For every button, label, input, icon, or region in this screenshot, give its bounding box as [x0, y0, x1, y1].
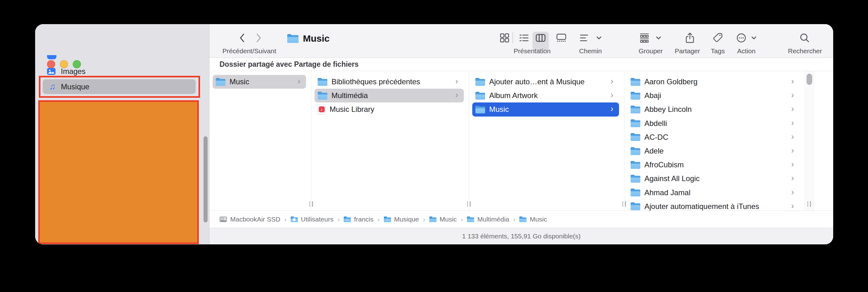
breadcrumb-item[interactable]: Multimédia: [467, 216, 509, 223]
music-library-icon: ♪: [318, 105, 326, 115]
window-title: Music: [287, 32, 330, 45]
column-resize-handle[interactable]: [806, 201, 812, 207]
file-name: Adele: [644, 147, 663, 155]
file-row[interactable]: AfroCubism›: [627, 158, 800, 172]
breadcrumb-label: Multimédia: [477, 216, 509, 223]
breadcrumb-separator: ›: [284, 216, 287, 223]
file-row[interactable]: Against All Logic›: [627, 172, 800, 186]
file-row[interactable]: Abbey Lincoln›: [627, 102, 800, 116]
file-row[interactable]: AC-DC›: [627, 130, 800, 144]
file-row[interactable]: Multimédia›: [314, 89, 464, 102]
list-view-button[interactable]: [518, 31, 530, 45]
breadcrumb-separator: ›: [337, 216, 340, 223]
chevron-right-icon: ›: [455, 90, 458, 100]
forward-button[interactable]: [255, 31, 262, 45]
share-label: Partager: [675, 47, 700, 55]
column-view-button[interactable]: [535, 31, 547, 45]
chevron-right-icon: ›: [791, 201, 794, 210]
folder-icon: [631, 161, 640, 169]
chevron-right-icon: ›: [611, 90, 613, 100]
file-row[interactable]: Aaron Goldberg›: [627, 75, 800, 89]
breadcrumb-separator: ›: [461, 216, 463, 223]
group-label: Grouper: [639, 47, 662, 55]
action-menu-icon[interactable]: [736, 31, 747, 45]
file-name: Abdelli: [644, 119, 667, 128]
content-area: Précédent/Suivant Music: [210, 24, 833, 245]
path-label: Chemin: [579, 47, 602, 55]
sidebar-scrollbar[interactable]: [204, 136, 208, 222]
folder-icon: [631, 175, 640, 183]
chevron-down-icon[interactable]: [656, 31, 661, 45]
banner-text: Dossier partagé avec Partage de fichiers: [219, 60, 359, 69]
file-row[interactable]: Music›: [213, 75, 306, 89]
gallery-view-button[interactable]: [555, 31, 567, 45]
breadcrumb-item[interactable]: ♪Musique: [384, 216, 419, 223]
chevron-right-icon: ›: [791, 104, 794, 114]
chevron-right-icon: ›: [791, 173, 794, 183]
share-icon[interactable]: [684, 31, 695, 45]
column-scrollbar[interactable]: [805, 71, 814, 210]
file-row[interactable]: Music›: [472, 102, 619, 116]
group-icon[interactable]: [639, 31, 650, 45]
folder-icon: [216, 78, 225, 86]
search-icon[interactable]: [799, 31, 810, 45]
breadcrumb-item[interactable]: Utilisateurs: [291, 216, 334, 223]
breadcrumb-item[interactable]: Music: [519, 216, 547, 223]
file-name: Music: [489, 105, 509, 114]
file-name: Music Library: [330, 105, 374, 114]
file-row[interactable]: Album Artwork›: [472, 89, 619, 102]
breadcrumb-label: francis: [354, 216, 373, 223]
file-row[interactable]: Bibliothèques précédentes›: [314, 75, 464, 89]
chevron-down-icon[interactable]: [751, 31, 757, 45]
breadcrumb-item[interactable]: MacbookAir SSD: [219, 216, 280, 223]
chevron-right-icon: ›: [791, 90, 794, 100]
back-button[interactable]: [239, 31, 246, 45]
breadcrumb-item[interactable]: Music: [429, 216, 457, 223]
column-resize-handle[interactable]: [465, 201, 472, 207]
folder-icon: [429, 217, 436, 222]
chevron-right-icon: ›: [791, 146, 794, 155]
folder-icon: [631, 202, 640, 210]
breadcrumb-item[interactable]: ⌂francis: [344, 216, 373, 223]
folder-icon: [631, 92, 640, 100]
chevron-down-icon[interactable]: [596, 31, 602, 45]
file-name: Abaji: [644, 91, 661, 100]
folder-icon: [631, 189, 640, 196]
shared-folder-banner: Dossier partagé avec Partage de fichiers: [210, 58, 833, 71]
path-menu-icon[interactable]: [578, 31, 590, 45]
file-row[interactable]: Abaji›: [627, 89, 800, 102]
column-4: Aaron Goldberg›Abaji›Abbey Lincoln›Abdel…: [624, 71, 805, 210]
sidebar-item-musique[interactable]: ♫ Musique: [43, 79, 196, 94]
back-forward-label: Précédent/Suivant: [222, 47, 276, 55]
column-3: Ajouter auto…ent à Musique›Album Artwork…: [469, 71, 624, 210]
breadcrumb-label: Musique: [394, 216, 419, 223]
file-row[interactable]: Ahmad Jamal›: [627, 186, 800, 200]
icon-view-button[interactable]: [499, 31, 510, 45]
folder-icon: [287, 34, 299, 43]
folder-icon: [631, 119, 640, 127]
file-row[interactable]: Abdelli›: [627, 117, 800, 130]
folder-icon: [475, 105, 485, 113]
file-row[interactable]: Ajouter automatiquement à iTunes›: [627, 200, 800, 210]
folder-music-icon: ♪: [384, 217, 391, 222]
breadcrumb-label: Music: [440, 216, 457, 223]
file-name: AfroCubism: [644, 160, 684, 169]
column-resize-handle[interactable]: [308, 201, 314, 207]
tag-icon[interactable]: [712, 31, 723, 45]
file-row[interactable]: Adele›: [627, 144, 800, 158]
chevron-right-icon: ›: [791, 160, 794, 169]
file-row[interactable]: ♪Music Library: [314, 102, 464, 116]
folder-icon: [631, 147, 640, 155]
chevron-right-icon: ›: [791, 187, 794, 197]
breadcrumb-separator: ›: [423, 216, 425, 223]
file-name: Aaron Goldberg: [644, 77, 698, 86]
scrollbar-thumb[interactable]: [807, 74, 812, 85]
view-label: Présentation: [514, 47, 551, 55]
file-row[interactable]: Ajouter auto…ent à Musique›: [472, 75, 619, 89]
sidebar: Images ♫ Musique: [35, 24, 210, 245]
screenshot-canvas: Images ♫ Musique Précédent/S: [0, 0, 868, 292]
sidebar-item-label: Musique: [61, 83, 89, 91]
folder-icon: [519, 217, 527, 222]
column-resize-handle[interactable]: [621, 201, 627, 207]
breadcrumb: MacbookAir SSD›Utilisateurs›⌂francis›♪Mu…: [210, 210, 833, 228]
